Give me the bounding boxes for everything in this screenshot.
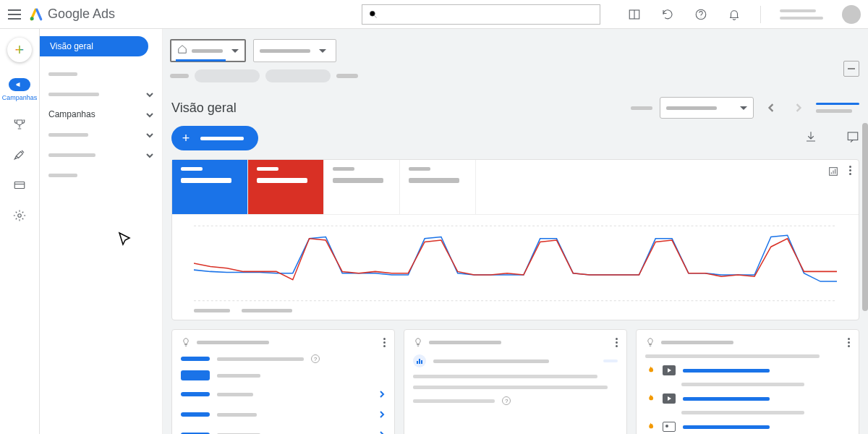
crumb	[336, 74, 358, 78]
compare-indicator	[816, 103, 859, 105]
rail-billing[interactable]	[12, 178, 27, 192]
expand-chart-icon[interactable]	[827, 166, 839, 180]
video-icon	[663, 365, 676, 375]
label	[631, 106, 652, 110]
svg-line-2	[375, 16, 377, 18]
rail-goals[interactable]	[12, 117, 27, 132]
svg-rect-16	[421, 360, 422, 364]
chevron-down-icon	[146, 90, 153, 98]
video-icon	[663, 393, 676, 404]
fire-icon	[645, 365, 655, 375]
svg-rect-10	[848, 132, 858, 140]
more-icon[interactable]	[848, 338, 850, 347]
megaphone-icon	[9, 78, 30, 91]
lightbulb-icon	[413, 337, 423, 347]
sidebar-item[interactable]	[40, 124, 162, 145]
page-title: Visão geral	[171, 101, 237, 116]
metric-tabs	[172, 160, 859, 215]
new-campaign-button[interactable]: +	[171, 126, 258, 150]
arrow-right-icon[interactable]	[378, 388, 386, 401]
metric-tab-3[interactable]	[324, 160, 400, 214]
feedback-icon[interactable]	[846, 130, 859, 146]
arrow-right-icon[interactable]	[378, 408, 386, 421]
svg-point-1	[370, 11, 375, 16]
avatar[interactable]	[842, 5, 861, 24]
sidebar: Visão geral Campanhas	[40, 29, 163, 434]
chevron-down-icon	[740, 106, 747, 110]
breadcrumb	[163, 67, 868, 90]
help-icon[interactable]: ?	[502, 396, 511, 405]
reports-icon[interactable]	[627, 7, 642, 22]
rail-tools[interactable]	[12, 148, 27, 162]
next-period-button[interactable]	[788, 98, 809, 118]
sidebar-item[interactable]	[40, 145, 162, 165]
filter-chip[interactable]	[195, 69, 260, 82]
account-label	[780, 9, 823, 20]
sidebar-item[interactable]	[40, 64, 162, 84]
sidebar-item-overview[interactable]: Visão geral	[40, 36, 148, 56]
trophy-icon	[12, 117, 27, 132]
sidebar-item-campaigns[interactable]: Campanhas	[40, 104, 162, 124]
svg-rect-15	[419, 359, 420, 364]
page-titlebar: Visão geral	[163, 90, 868, 126]
filter-chip[interactable]	[265, 69, 331, 82]
insight-card-3	[636, 329, 859, 434]
sidebar-item[interactable]	[40, 165, 162, 185]
tools-icon	[12, 148, 27, 162]
notifications-icon[interactable]	[727, 7, 741, 22]
metric-tab-1[interactable]	[172, 160, 248, 214]
crumb	[170, 74, 189, 78]
hamburger-icon[interactable]	[6, 6, 23, 23]
plus-icon: +	[179, 131, 193, 145]
status-chip[interactable]	[603, 359, 618, 362]
app-header: Google Ads	[0, 0, 868, 29]
chevron-down-icon	[231, 49, 239, 53]
nav-rail: + Campanhas	[0, 29, 40, 434]
metric-tab-4[interactable]	[400, 160, 476, 214]
divider	[760, 6, 761, 23]
download-icon[interactable]	[804, 130, 817, 146]
sidebar-item[interactable]	[40, 84, 162, 104]
lightbulb-icon	[645, 337, 655, 347]
scope-selectors	[163, 29, 868, 67]
insight-card-1: ?	[171, 329, 395, 434]
lightbulb-icon	[181, 337, 191, 347]
rail-settings[interactable]	[12, 208, 27, 223]
scrollbar[interactable]	[862, 123, 868, 311]
svg-point-0	[30, 17, 34, 20]
product-logo[interactable]: Google Ads	[29, 7, 115, 22]
search-icon	[368, 9, 378, 20]
more-icon[interactable]	[383, 338, 386, 347]
rail-campaigns[interactable]: Campanhas	[2, 78, 38, 101]
product-name: Google Ads	[48, 7, 115, 22]
save-icon[interactable]	[843, 61, 859, 77]
prev-period-button[interactable]	[761, 98, 781, 118]
mouse-cursor	[117, 231, 130, 244]
content-area: Visão geral +	[163, 29, 868, 434]
chevron-down-icon	[319, 49, 326, 53]
more-icon[interactable]	[616, 338, 618, 347]
help-icon[interactable]	[694, 7, 708, 22]
account-selector[interactable]	[170, 39, 246, 62]
trend-chart	[172, 215, 859, 309]
header-actions	[627, 0, 861, 29]
refresh-icon[interactable]	[660, 7, 675, 22]
help-icon[interactable]: ?	[311, 354, 320, 363]
metric-tab-2[interactable]	[248, 160, 324, 214]
home-icon	[177, 44, 187, 57]
chart-legend	[172, 309, 859, 320]
search-input[interactable]	[362, 4, 600, 25]
ads-logo-icon	[29, 7, 43, 22]
date-range-selector[interactable]	[660, 97, 754, 119]
svg-point-9	[18, 214, 22, 218]
chevron-down-icon	[146, 151, 153, 158]
fire-icon	[645, 393, 655, 404]
campaign-selector[interactable]	[253, 39, 336, 62]
create-button[interactable]: +	[7, 38, 32, 62]
label	[816, 109, 852, 113]
arrow-right-icon[interactable]	[378, 428, 386, 434]
svg-rect-14	[417, 361, 418, 364]
more-icon[interactable]	[849, 166, 851, 175]
performance-card	[171, 159, 859, 320]
svg-rect-7	[14, 182, 25, 189]
